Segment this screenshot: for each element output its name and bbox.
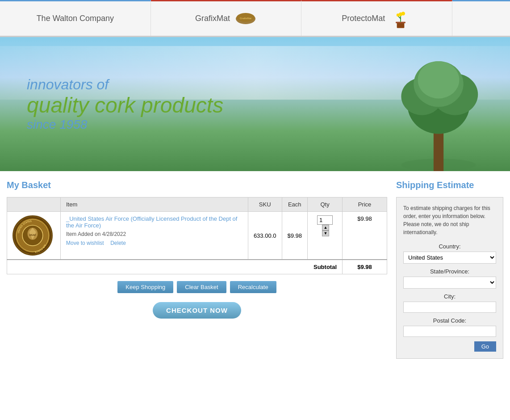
each-cell: $9.98 (282, 212, 308, 260)
svg-point-9 (401, 12, 405, 15)
banner-line3: since 1958 (27, 118, 223, 132)
col-qty: Qty (308, 197, 343, 212)
nav-extra (452, 0, 510, 36)
subtotal-row: Subtotal $9.98 (7, 260, 387, 274)
go-button[interactable]: Go (474, 341, 496, 352)
svg-point-17 (418, 61, 460, 99)
basket-table: Item SKU Each Qty Price (7, 197, 387, 274)
col-each: Each (282, 197, 308, 212)
svg-text:GrafixMat: GrafixMat (240, 17, 251, 20)
nav-protectomat[interactable]: ProtectoMat (301, 0, 452, 36)
postal-input[interactable] (403, 326, 496, 337)
table-row: UNITED STATES AIR FORCE ★ ★ (7, 212, 387, 260)
main-content: My Basket Item SKU Each Qty Price (0, 171, 510, 368)
nav-grafixmat[interactable]: GrafixMat GrafixMat (151, 0, 302, 36)
postal-group: Postal Code: (403, 317, 496, 337)
postal-label: Postal Code: (403, 317, 496, 324)
recalculate-button[interactable]: Recalculate (230, 281, 276, 293)
shipping-description: To estimate shipping charges for this or… (403, 204, 496, 236)
svg-rect-3 (397, 22, 405, 28)
protectomat-icon (389, 8, 412, 30)
city-label: City: (403, 293, 496, 300)
banner-line1: innovators of (27, 76, 223, 93)
top-navigation: The Walton Company GrafixMat GrafixMat P… (0, 0, 510, 37)
qty-spinner: ▲ ▼ (322, 225, 329, 236)
product-image-cell: UNITED STATES AIR FORCE ★ ★ (7, 212, 61, 260)
shipping-box: To estimate shipping charges for this or… (396, 197, 503, 359)
col-item: Item (61, 197, 248, 212)
product-image: UNITED STATES AIR FORCE ★ ★ (13, 215, 53, 256)
nav-walton[interactable]: The Walton Company (0, 0, 151, 36)
country-group: Country: United States (403, 243, 496, 264)
item-added-date: Item Added on 4/28/2022 (66, 231, 242, 237)
state-group: State/Province: (403, 268, 496, 289)
state-label: State/Province: (403, 268, 496, 275)
shipping-title: Shipping Estimate (396, 180, 503, 190)
qty-down-button[interactable]: ▼ (322, 231, 329, 236)
col-image (7, 197, 61, 212)
subtotal-value: $9.98 (343, 260, 387, 274)
country-label: Country: (403, 243, 496, 250)
svg-rect-4 (396, 21, 405, 23)
col-price: Price (343, 197, 387, 212)
qty-cell: ▲ ▼ (308, 212, 343, 260)
nav-protectomat-label: ProtectoMat (342, 14, 385, 23)
grafixmat-icon: GrafixMat (234, 8, 257, 30)
basket-title: My Basket (7, 180, 387, 190)
shipping-section: Shipping Estimate To estimate shipping c… (396, 180, 503, 359)
banner-text: innovators of quality cork products sinc… (0, 63, 250, 145)
delete-item-link[interactable]: Delete (110, 240, 126, 246)
price-cell: $9.98 (343, 212, 387, 260)
clear-basket-button[interactable]: Clear Basket (177, 281, 226, 293)
product-description-cell: _United States Air Force (Officially Lic… (61, 212, 248, 260)
city-input[interactable] (403, 302, 496, 313)
sku-cell: 633.00.0 (248, 212, 282, 260)
nav-grafixmat-label: GrafixMat (195, 14, 230, 23)
svg-point-8 (397, 13, 400, 17)
subtotal-label: Subtotal (7, 260, 343, 274)
banner-line2: quality cork products (27, 93, 223, 118)
hero-banner: innovators of quality cork products sinc… (0, 37, 510, 171)
state-select[interactable] (403, 277, 496, 289)
checkout-button[interactable]: CHECKOUT NOW (153, 302, 241, 319)
qty-up-button[interactable]: ▲ (322, 225, 329, 231)
city-group: City: (403, 293, 496, 313)
wishlist-delete-actions: Move to wishlist Delete (66, 239, 242, 246)
move-to-wishlist-link[interactable]: Move to wishlist (66, 240, 104, 246)
nav-walton-label: The Walton Company (37, 14, 114, 23)
basket-actions: Keep Shopping Clear Basket Recalculate (7, 281, 387, 293)
qty-input[interactable] (317, 215, 333, 225)
keep-shopping-button[interactable]: Keep Shopping (117, 281, 173, 293)
svg-text:USAF: USAF (29, 234, 36, 236)
col-sku: SKU (248, 197, 282, 212)
country-select[interactable]: United States (403, 252, 496, 264)
product-name-link[interactable]: _United States Air Force (Officially Lic… (66, 215, 237, 229)
basket-section: My Basket Item SKU Each Qty Price (7, 180, 387, 359)
tree-illustration (394, 55, 483, 171)
